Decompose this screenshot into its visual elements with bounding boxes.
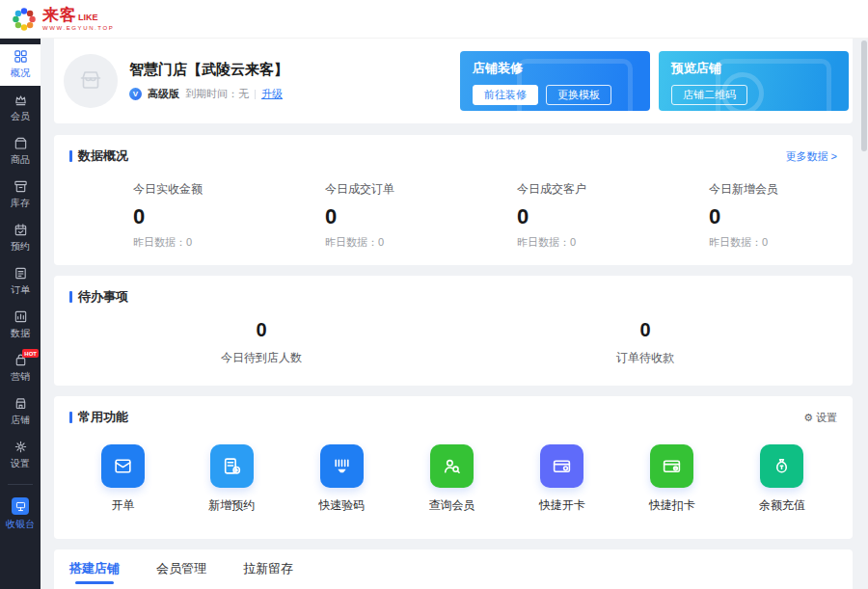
stat-sub: 昨日数据：0 (325, 235, 453, 250)
app-logo[interactable]: 来客 LIKE WWW.EGYUN.TOP (10, 5, 114, 34)
sidebar-item-inventory[interactable]: 库存 (0, 174, 41, 216)
tab-member-management[interactable]: 会员管理 (156, 560, 206, 584)
logo-text-en: LIKE (78, 13, 98, 22)
decor-card-title: 店铺装修 (473, 60, 637, 77)
quick-deduct-card[interactable]: 快捷扣卡 (649, 444, 695, 514)
data-overview-section: 数据概况 更多数据 > 今日实收金额 0 昨日数据：0 今日成交订单 0 昨日数… (54, 135, 853, 265)
stat-today-orders: 今日成交订单 0 昨日数据：0 (261, 181, 453, 250)
stat-label: 今日实收金额 (133, 181, 261, 198)
stat-value: 0 (133, 204, 261, 229)
store-avatar (64, 54, 118, 108)
todo-label: 订单待收款 (453, 350, 837, 366)
booking-add-icon (210, 444, 254, 488)
quick-label: 余额充值 (759, 497, 805, 514)
section-marker (69, 412, 72, 423)
preview-shop-card: 预览店铺 店铺二维码 (659, 51, 849, 111)
grid-icon (14, 49, 28, 64)
sidebar-item-data[interactable]: 数据 (0, 305, 41, 346)
wallet-icon (760, 444, 803, 488)
plan-name: 高级版 (148, 87, 179, 101)
quick-label: 查询会员 (428, 497, 475, 514)
quick-scan-code[interactable]: 快速验码 (318, 444, 365, 514)
todo-value: 0 (453, 319, 837, 341)
sidebar-item-shop[interactable]: 店铺 (0, 391, 41, 433)
quick-new-booking[interactable]: 新增预约 (208, 444, 255, 514)
todo-value: 0 (69, 319, 453, 341)
divider (255, 90, 256, 99)
tab-build-shop[interactable]: 搭建店铺 (69, 560, 120, 584)
guide-section: 搭建店铺 会员管理 拉新留存 服务管理 卡项管理 店铺信息 (54, 549, 853, 589)
todo-label: 今日待到店人数 (69, 350, 453, 366)
quick-settings-button[interactable]: ⚙ 设置 (803, 411, 837, 425)
store-title: 智慧门店【武陵云来客】 (129, 61, 288, 79)
more-data-link[interactable]: 更多数据 > (786, 149, 837, 164)
section-marker (69, 291, 72, 303)
member-search-icon (430, 444, 474, 488)
quick-label: 快捷扣卡 (649, 497, 695, 514)
quick-label: 开单 (112, 497, 135, 514)
go-decorate-button[interactable]: 前往装修 (473, 85, 538, 105)
settings-icon (14, 440, 28, 454)
sidebar-item-bookings[interactable]: 预约 (0, 218, 41, 259)
quick-recharge[interactable]: 余额充值 (759, 444, 805, 514)
quick-label: 新增预约 (208, 497, 255, 514)
sidebar-item-orders[interactable]: 订单 (0, 261, 41, 303)
quick-label: 快速验码 (318, 497, 365, 514)
sidebar-label: 店铺 (11, 414, 30, 427)
card-deduct-icon (650, 444, 693, 488)
todo-section: 待办事项 0 今日待到店人数 0 订单待收款 (54, 276, 853, 386)
todo-expected-visitors: 0 今日待到店人数 (69, 319, 453, 366)
stat-sub: 昨日数据：0 (709, 235, 837, 250)
shop-qrcode-button[interactable]: 店铺二维码 (671, 85, 747, 105)
stat-label: 今日成交订单 (325, 181, 453, 198)
order-icon (14, 266, 28, 281)
upgrade-link[interactable]: 升级 (261, 87, 283, 101)
sidebar-item-cashier[interactable]: 收银台 (0, 493, 41, 537)
sidebar-item-products[interactable]: 商品 (0, 131, 41, 173)
stat-new-members: 今日新增会员 0 昨日数据：0 (645, 181, 837, 250)
stat-today-customers: 今日成交客户 0 昨日数据：0 (453, 181, 645, 250)
shop-icon (14, 396, 28, 411)
settings-label: 设置 (816, 411, 837, 425)
sidebar-divider (8, 484, 33, 485)
gear-icon: ⚙ (803, 412, 813, 424)
todo-pending-payments: 0 订单待收款 (453, 319, 837, 366)
sidebar-item-overview[interactable]: 概况 (0, 44, 41, 86)
inventory-icon (14, 179, 28, 194)
sidebar-label: 营销 (11, 370, 30, 384)
quick-open-card[interactable]: 快捷开卡 (539, 444, 585, 514)
stat-sub: 昨日数据：0 (517, 235, 645, 250)
expire-label: 到期时间：无 (185, 87, 249, 101)
section-title: 常用功能 (78, 409, 128, 426)
stat-value: 0 (325, 204, 453, 229)
invoice-icon (101, 444, 145, 488)
quick-label: 快捷开卡 (539, 497, 585, 514)
logo-text-cn: 来客 (42, 7, 77, 23)
sidebar-label: 设置 (11, 457, 30, 470)
stat-value: 0 (517, 204, 645, 229)
logo-subtitle: WWW.EGYUN.TOP (42, 25, 114, 31)
hot-badge: HOT (22, 349, 39, 358)
stat-label: 今日新增会员 (709, 181, 837, 198)
sidebar-item-settings[interactable]: 设置 (0, 435, 41, 476)
sidebar-item-members[interactable]: 会员 (0, 88, 41, 129)
change-template-button[interactable]: 更换模板 (546, 85, 611, 105)
quick-search-member[interactable]: 查询会员 (428, 444, 475, 514)
quick-actions-section: 常用功能 ⚙ 设置 开单 新增预约 (54, 396, 853, 539)
scrollbar-thumb[interactable] (861, 40, 867, 151)
sidebar-item-marketing[interactable]: HOT 营销 (0, 348, 41, 389)
main-content: 智慧门店【武陵云来客】 V 高级版 到期时间：无 升级 店铺装修 前往装修 更换… (41, 39, 868, 589)
section-title: 待办事项 (78, 288, 128, 306)
quick-create-order[interactable]: 开单 (101, 444, 145, 514)
booking-icon (14, 223, 28, 237)
logo-mark-icon (10, 5, 39, 34)
stat-sub: 昨日数据：0 (133, 235, 261, 250)
storefront-outline-icon (76, 67, 105, 95)
sidebar-label: 会员 (11, 110, 30, 123)
data-icon (14, 309, 28, 324)
section-title: 数据概况 (78, 147, 128, 165)
vertical-scrollbar (860, 39, 868, 589)
cashier-icon (12, 497, 29, 515)
tab-acquisition-retention[interactable]: 拉新留存 (243, 560, 293, 584)
stat-today-revenue: 今日实收金额 0 昨日数据：0 (69, 181, 261, 250)
